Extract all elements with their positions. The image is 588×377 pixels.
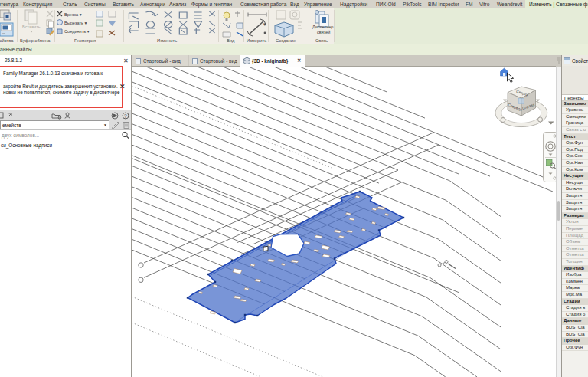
svg-text:?: ? <box>124 113 127 119</box>
svg-text:↔: ↔ <box>2 31 6 35</box>
svg-text:Вставить: Вставить <box>22 25 41 29</box>
